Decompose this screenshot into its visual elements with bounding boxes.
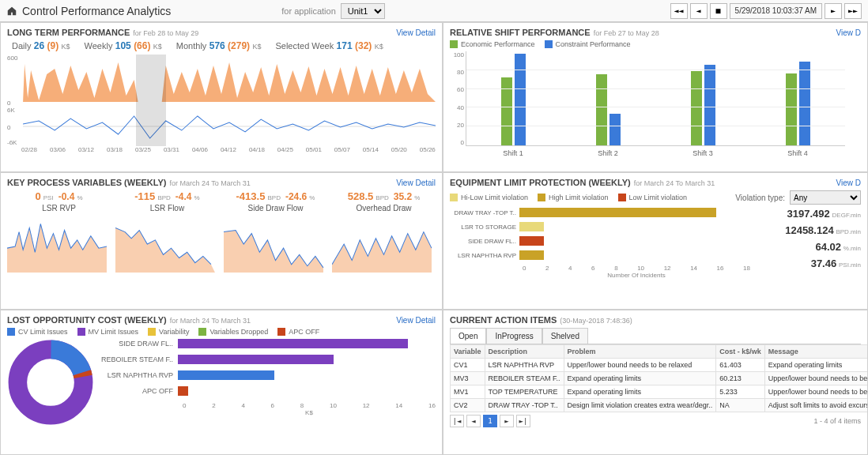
elp-bar-row: LSR TO STORAGE bbox=[450, 222, 750, 231]
application-select[interactable]: Unit1 bbox=[341, 3, 385, 19]
shift-legend: Economic PerformanceConstraint Performan… bbox=[450, 40, 861, 48]
next-button[interactable]: ► bbox=[825, 3, 842, 19]
ltp-lower-chart: 6K 0 -6K bbox=[7, 107, 436, 146]
loc-bar-row: LSR NAPHTHA RVP bbox=[99, 370, 436, 380]
violation-type-control: Violation type: Any bbox=[735, 190, 861, 205]
elp-bar-row: DRAW TRAY -TOP T.. bbox=[450, 208, 750, 217]
panel-range: for March 24 To March 31 bbox=[170, 317, 251, 325]
action-table: VariableDescriptionProblemCost - k$/wkMe… bbox=[450, 344, 868, 412]
shift-group bbox=[786, 62, 810, 145]
current-action-items-panel: CURRENT ACTION ITEMS (30-May-2018 7:48:3… bbox=[443, 310, 868, 455]
panel-range: for March 24 To March 31 bbox=[634, 179, 715, 187]
loc-bar-row: APC OFF bbox=[99, 386, 436, 396]
elp-bar-row: SIDE DRAW FL.. bbox=[450, 236, 750, 246]
loc-donut-chart bbox=[7, 339, 94, 426]
pager-first[interactable]: |◄ bbox=[450, 415, 464, 427]
selection-band[interactable] bbox=[136, 107, 166, 146]
view-detail-link[interactable]: View Detail bbox=[396, 316, 436, 325]
home-icon[interactable] bbox=[6, 6, 17, 17]
panel-range: for March 24 To March 31 bbox=[170, 179, 251, 187]
loc-legend: CV Limit IssuesMV Limit IssuesVariabilit… bbox=[7, 328, 436, 336]
panel-title: KEY PROCESS VARIABLES (Weekly) bbox=[7, 178, 167, 187]
kpv-item: 0 PSI-0.4 % LSR RVP bbox=[7, 190, 111, 273]
shift-group bbox=[501, 54, 526, 145]
long-term-performance-panel: LONG TERM PERFORMANCE for Feb 28 to May … bbox=[0, 22, 443, 172]
table-row[interactable]: MV3REBOILER STEAM F..Expand operating li… bbox=[451, 372, 869, 385]
time-nav: ◄◄ ◄ ■ 5/29/2018 10:03:37 AM ► ►► bbox=[670, 3, 862, 19]
panel-title: EQUIPMENT LIMIT PROTECTION (Weekly) bbox=[450, 178, 631, 187]
pager-page-1[interactable]: 1 bbox=[483, 415, 497, 427]
tab-shelved[interactable]: Shelved bbox=[542, 328, 588, 344]
tab-inprogress[interactable]: InProgress bbox=[486, 328, 542, 344]
elp-metrics: 3197.492 DEGF.min12458.124 BPD.min64.02 … bbox=[758, 208, 861, 279]
panel-title: LONG TERM PERFORMANCE bbox=[7, 28, 130, 37]
relative-shift-panel: RELATIVE SHIFT PERFORMANCE for Feb 27 to… bbox=[443, 22, 868, 172]
app-header: Control Performance Analytics for applic… bbox=[0, 0, 868, 22]
action-tabs: OpenInProgressShelved bbox=[450, 328, 861, 344]
pager-status: 1 - 4 of 4 items bbox=[813, 417, 861, 425]
prev-button[interactable]: ◄ bbox=[690, 3, 708, 19]
loc-bar-chart: SIDE DRAW FL..REBOILER STEAM F..LSR NAPH… bbox=[99, 339, 436, 426]
key-process-variables-panel: KEY PROCESS VARIABLES (Weekly) for March… bbox=[0, 172, 443, 310]
loc-bar-row: SIDE DRAW FL.. bbox=[99, 339, 436, 348]
panel-range: for Feb 27 to May 28 bbox=[594, 29, 659, 37]
kpv-item: -413.5 BPD-24.6 % Side Draw Flow bbox=[224, 190, 327, 273]
panel-range: for Feb 28 to May 29 bbox=[133, 29, 198, 37]
selection-band[interactable] bbox=[136, 55, 166, 107]
view-detail-link[interactable]: View Detail bbox=[396, 28, 436, 37]
table-pager: |◄ ◄ 1 ► ►| 1 - 4 of 4 items bbox=[450, 415, 861, 427]
loc-bar-row: REBOILER STEAM F.. bbox=[99, 355, 436, 364]
pager-last[interactable]: ►| bbox=[516, 415, 530, 427]
datetime-display: 5/29/2018 10:03:37 AM bbox=[730, 3, 822, 19]
tab-open[interactable]: Open bbox=[450, 328, 486, 344]
equipment-limit-panel: EQUIPMENT LIMIT PROTECTION (Weekly) for … bbox=[443, 172, 868, 310]
kpv-item: -115 BPD-4.4 % LSR Flow bbox=[115, 190, 219, 273]
view-detail-link[interactable]: View Detail bbox=[396, 179, 436, 187]
panel-range: (30-May-2018 7:48:36) bbox=[560, 317, 632, 325]
kpv-item: 528.5 BPD35.2 % Overhead Draw bbox=[332, 190, 436, 273]
violation-type-select[interactable]: Any bbox=[790, 190, 861, 205]
lost-opportunity-panel: LOST OPPORTUNITY COST (Weekly) for March… bbox=[0, 310, 443, 455]
view-detail-link[interactable]: View D bbox=[836, 28, 862, 37]
panel-title: CURRENT ACTION ITEMS bbox=[450, 315, 557, 325]
pager-prev[interactable]: ◄ bbox=[466, 415, 481, 427]
panel-title: RELATIVE SHIFT PERFORMANCE bbox=[450, 28, 591, 37]
ltp-stats: Daily 26 (9) K$ Weekly 105 (66) K$ Month… bbox=[12, 40, 436, 51]
first-button[interactable]: ◄◄ bbox=[670, 3, 688, 19]
last-button[interactable]: ►► bbox=[844, 3, 862, 19]
shift-group bbox=[596, 74, 621, 145]
elp-bar-row: LSR NAPHTHA RVP bbox=[450, 250, 750, 260]
table-row[interactable]: MV1TOP TEMPERATUREExpand operating limit… bbox=[451, 385, 869, 399]
ltp-upper-chart: 600 0 bbox=[7, 55, 436, 107]
elp-bar-chart: DRAW TRAY -TOP T..LSR TO STORAGESIDE DRA… bbox=[450, 208, 750, 279]
panel-title: LOST OPPORTUNITY COST (Weekly) bbox=[7, 315, 167, 325]
pager-next[interactable]: ► bbox=[500, 415, 514, 427]
stop-button[interactable]: ■ bbox=[710, 3, 727, 19]
dashboard-grid: LONG TERM PERFORMANCE for Feb 28 to May … bbox=[0, 22, 868, 455]
kpv-items: 0 PSI-0.4 % LSR RVP -115 BPD-4.4 % LSR F… bbox=[7, 190, 436, 273]
table-row[interactable]: CV1LSR NAPHTHA RVPUpper/lower bound need… bbox=[451, 359, 869, 372]
page-title: Control Performance Analytics bbox=[22, 5, 171, 17]
view-detail-link[interactable]: View D bbox=[836, 179, 862, 187]
table-row[interactable]: CV2DRAW TRAY -TOP T..Design limit violat… bbox=[451, 399, 869, 412]
elp-legend: Hi-Low Limit violationHigh Limit violati… bbox=[450, 190, 861, 205]
shift-group bbox=[691, 65, 715, 145]
ltp-x-axis: 02/2803/0603/1203/1803/2503/3104/0604/12… bbox=[7, 146, 436, 153]
shift-chart: 100806040200 Shift 1Shift 2Shift 3Shift … bbox=[450, 51, 861, 162]
for-application-label: for application bbox=[281, 6, 336, 16]
